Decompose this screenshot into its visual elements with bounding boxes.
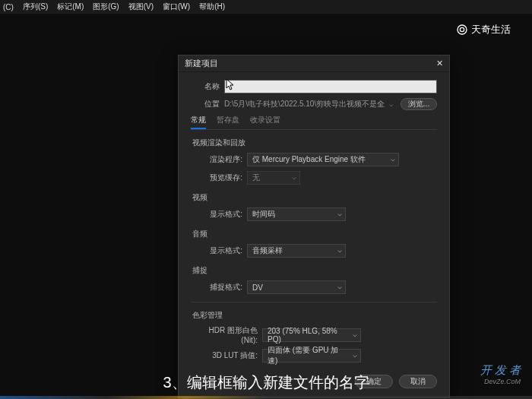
instruction-caption: 3、编辑框输入新建文件的名字	[163, 372, 369, 393]
watermark-top: 天奇生活	[456, 23, 511, 36]
dialog-title-text: 新建项目	[185, 58, 218, 69]
menu-window[interactable]: 窗口(W)	[163, 2, 190, 12]
preview-cache-dropdown: 无	[247, 171, 300, 185]
project-name-input[interactable]	[224, 80, 437, 93]
menu-c[interactable]: (C)	[3, 3, 14, 11]
capture-format-label: 捕捉格式:	[198, 282, 242, 293]
watermark-bottom: 开 发 者 DevZe.CoM	[480, 363, 521, 385]
lut-label: 3D LUT 插值:	[198, 350, 258, 361]
name-label: 名称	[191, 81, 220, 92]
svg-point-0	[458, 25, 467, 34]
hdr-label: HDR 图形白色 (Nit):	[198, 325, 258, 344]
lut-dropdown[interactable]: 四面体 (需要 GPU 加速)	[262, 349, 361, 363]
preview-cache-label: 预览缓存:	[198, 173, 242, 183]
section-video-title: 视频	[192, 192, 437, 203]
chevron-down-icon[interactable]: ⌵	[385, 100, 396, 108]
dialog-titlebar: 新建项目 ✕	[179, 55, 449, 72]
section-color-title: 色彩管理	[192, 310, 437, 321]
tab-scratch-disks[interactable]: 暂存盘	[217, 115, 239, 129]
section-render-title: 视频渲染和回放	[192, 138, 437, 148]
menu-graphics[interactable]: 图形(G)	[93, 2, 119, 12]
audio-format-label: 显示格式:	[198, 245, 242, 256]
menu-bar: (C) 序列(S) 标记(M) 图形(G) 视图(V) 窗口(W) 帮助(H)	[0, 0, 532, 14]
tab-general[interactable]: 常规	[191, 115, 206, 129]
location-path: D:\5月\电子科技\2022.5.10\剪映导出视频不是全屏	[224, 99, 385, 109]
video-format-label: 显示格式:	[198, 209, 242, 220]
svg-point-1	[460, 27, 464, 31]
audio-format-dropdown[interactable]: 音频采样	[247, 244, 346, 258]
menu-mark[interactable]: 标记(M)	[57, 2, 84, 12]
close-icon[interactable]: ✕	[434, 59, 445, 69]
section-capture-title: 捕捉	[192, 265, 437, 276]
renderer-dropdown[interactable]: 仅 Mercury Playback Engine 软件	[247, 153, 399, 166]
logo-icon	[456, 24, 468, 36]
renderer-label: 渲染程序:	[198, 154, 242, 165]
menu-help[interactable]: 帮助(H)	[199, 2, 225, 12]
menu-view[interactable]: 视图(V)	[128, 2, 154, 12]
taskbar	[0, 396, 532, 399]
dialog-tabs: 常规 暂存盘 收录设置	[191, 115, 437, 130]
capture-format-dropdown[interactable]: DV	[247, 280, 346, 294]
tab-ingest[interactable]: 收录设置	[250, 115, 280, 129]
cancel-button[interactable]: 取消	[399, 375, 437, 388]
section-audio-title: 音频	[192, 229, 437, 239]
hdr-dropdown[interactable]: 203 (75% HLG, 58% PQ)	[262, 328, 361, 342]
location-label: 位置	[191, 99, 220, 109]
browse-button[interactable]: 浏览...	[401, 98, 437, 110]
menu-sequence[interactable]: 序列(S)	[23, 2, 48, 12]
new-project-dialog: 新建项目 ✕ 名称 位置 D:\5月\电子科技\2022.5.10\剪映导出视频…	[178, 55, 450, 398]
video-format-dropdown[interactable]: 时间码	[247, 207, 346, 221]
